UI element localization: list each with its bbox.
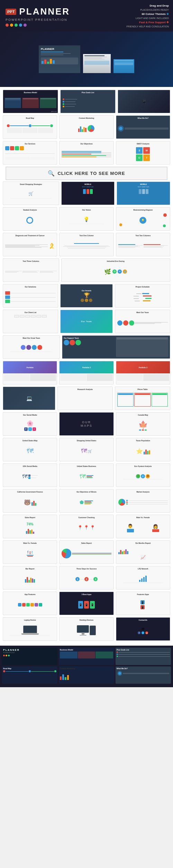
bottom-slide-content: Content Marketing	[59, 666, 114, 684]
slide-row-18: Male Vs. Female f g t Sales Report	[3, 540, 170, 564]
slide-shopping-us: Shopping United States 🗺 🛒	[59, 438, 113, 461]
slide-bar-report: Bar Report	[3, 566, 57, 590]
slide-usa-social: USA Social Media 🗺 f t	[3, 463, 57, 487]
slide-us-map: United States Map 🗺	[3, 438, 57, 461]
progress-bars	[62, 151, 111, 157]
slide-california: California Government Finance 🐻	[3, 489, 57, 513]
slide-mobile-blue: MOBILE BEST DATA PLAN	[117, 181, 170, 205]
feature-placeholder: PLACEHOLDERS READY	[127, 9, 169, 11]
feature-support: Fast & Free Support ✚	[127, 21, 169, 24]
hero-features: Drag and Drop PLACEHOLDERS READY 60 Colo…	[127, 4, 169, 29]
bottom-slide-roadmap: Road Map	[2, 666, 57, 684]
search-icon: 🔍	[48, 170, 55, 177]
slide-business-model: Business Model	[3, 90, 58, 113]
slide-clients: Our Client List	[3, 310, 58, 333]
slide-six-months: Six Months Report 📈	[116, 540, 170, 564]
slide-app-features: App Features	[3, 592, 57, 615]
slide-row-16: California Government Finance 🐻 Six Obje…	[3, 489, 170, 513]
gantt-row	[134, 295, 152, 296]
slide-illinois: Six Objectives of Illinois ⬟	[59, 489, 113, 513]
slide-cancer: Diagnosis and Treatment of Cancer 🎗️	[3, 233, 57, 256]
slide-row-8: Our Solutions	[3, 284, 170, 308]
slide-portfolio2: Portfolio 2	[59, 361, 113, 384]
slide-row-15: USA Social Media 🗺 f t United States Bus…	[3, 463, 170, 487]
slide-row-5: Seabed Analysis Our Vision 💡	[3, 207, 170, 231]
slide-goals-list: Plus Goals List	[60, 90, 116, 113]
slide-row-12: 💻 Research Analysis Prices Table	[3, 387, 170, 410]
mini-pie-chart	[88, 125, 94, 132]
slide-sales-report: Sales Report 74%	[3, 515, 57, 538]
dot-purple	[24, 24, 27, 27]
bottom-section: PLANNER POWERPOINT Business Model Plus G…	[0, 646, 173, 687]
bottom-row-2: Road Map Content Marketing What We Do?	[2, 666, 171, 684]
mockup-main-screen: PLANNER	[39, 45, 80, 73]
mini-bar-chart	[78, 125, 86, 132]
feature-dragdrop: Drag and Drop	[127, 4, 169, 7]
slide-roadmap: Road Map	[3, 115, 57, 139]
feature-themes: 60 Colour Themes ⊕	[127, 12, 169, 16]
mockup-side-screen	[83, 54, 111, 73]
slide-row-10: Meet Our Great Team Our Support Team	[3, 335, 170, 359]
slide-shopping: Smart Shopping Strategies 🛒	[3, 181, 59, 205]
slide-canada-map: Canada Map 🍁	[116, 412, 170, 436]
slide-three-steps: Three Steps for Success 1 2 3	[59, 566, 113, 590]
slide-row-2: Road Map Content Marketing	[3, 115, 170, 139]
cta-banner[interactable]: 🔍 CLICK HERE TO SEE MORE	[6, 167, 167, 180]
slide-our-maps: OURMAPS	[59, 412, 113, 436]
slide-male-female: Male Vs. Female 👨 👩	[116, 515, 170, 538]
header-title: PLANNER	[19, 6, 70, 17]
slide-row-9: Our Client List Our Team Meet Our Team	[3, 310, 170, 333]
ppt-icon: PPT	[6, 9, 16, 15]
bottom-slide-what: What We Do?	[116, 666, 171, 684]
slide-lte-network: LTE Network	[116, 566, 170, 590]
slide-row-6: Diagnosis and Treatment of Cancer 🎗️ Tex…	[3, 233, 170, 256]
slide-text3col: Test Three Columns	[3, 258, 59, 282]
slide-content-marketing: Content Marketing	[59, 115, 113, 139]
slide-swot: SWOT Analysis S W O T	[116, 141, 170, 165]
dot-green	[15, 24, 18, 27]
slide-row-3: Our Services Our Objectives	[3, 141, 170, 165]
slide-laptop-photo: 💻	[3, 387, 55, 410]
slide-row-11: Portfolio Portfolio 2 Portfolio 3	[3, 361, 170, 384]
slide-eco-system: Eco System Analysis 🌿 💧 ☀	[116, 463, 170, 487]
slide-great-team: Meet Our Great Team	[3, 335, 60, 359]
slide-awards: Our Awards 🏆	[60, 284, 113, 308]
slide-row-14: United States Map 🗺 Shopping United Stat…	[3, 438, 170, 461]
slide-desktop-devices: Desktop Devices	[59, 617, 113, 641]
slide-portfolio3: Portfolio 3	[116, 361, 170, 384]
texas-bar-chart	[144, 448, 150, 454]
slide-research: Research Analysis	[57, 387, 113, 410]
bar-report-chart	[25, 576, 35, 583]
slide-row-7: Test Three Columns	[3, 258, 170, 282]
team-photo-bg: Our Team	[61, 310, 112, 333]
bottom-row-1: PLANNER POWERPOINT Business Model Plus G…	[2, 648, 171, 665]
slide-market-analysis: Market Analysis	[116, 489, 170, 513]
mockup-small-screen	[113, 59, 134, 73]
sales-bar	[26, 527, 34, 534]
slide-support-team: Our Support Team	[62, 335, 170, 359]
slide-text1col: Text One Column	[59, 233, 113, 256]
watermark: gfxtr.com	[51, 110, 57, 112]
slide-row-17: Sales Report 74% Customer Checking 📍 📍 📍	[3, 515, 170, 538]
slide-mobile-dark: MOBILE BEST DATA PLAN	[61, 181, 115, 205]
slide-male-female2: Male Vs. Female f g t	[3, 540, 57, 564]
bottom-slide-goals: Plus Goals List	[116, 648, 171, 665]
slide-text2col: Test Two Columns	[116, 233, 170, 256]
dot-orange	[10, 24, 13, 27]
dot-blue	[19, 24, 22, 27]
header-dots	[6, 24, 70, 27]
laptop-photo-bg: 💻	[3, 387, 55, 410]
slide-row-4: Smart Shopping Strategies 🛒 MOBILE BEST …	[3, 181, 170, 205]
gantt-row	[134, 298, 152, 299]
slide-row-1: Business Model	[3, 90, 170, 113]
hero-area: PLANNER	[0, 32, 173, 87]
laptop-device-icon	[21, 626, 39, 635]
slide-vision: Our Vision 💡	[59, 207, 113, 231]
slide-row-21: Laptop Device Desktop Devices	[3, 617, 170, 641]
header-subtitle: POWERPOINT PRESENTATION	[6, 18, 70, 21]
bottom-slide-logo: PLANNER POWERPOINT	[2, 648, 57, 665]
slide-texas: Texas Population ⭐	[116, 438, 170, 461]
feature-help: FRIENDLY HELP AND CONSULATION	[127, 25, 169, 28]
slide-our-services: Our Services	[3, 141, 57, 165]
dot-red	[6, 24, 9, 27]
